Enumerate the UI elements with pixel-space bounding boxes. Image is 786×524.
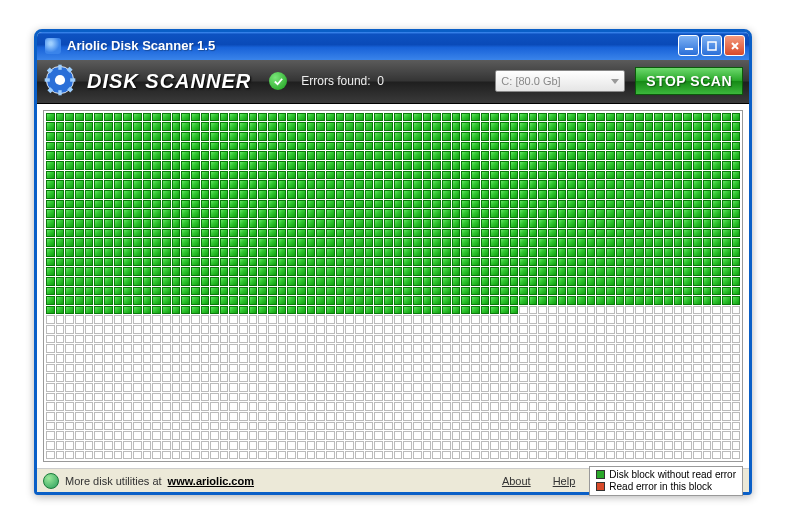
block-ok (172, 209, 181, 218)
block-ok (229, 180, 238, 189)
block-unscanned (664, 412, 673, 421)
block-unscanned (162, 402, 171, 411)
block-unscanned (596, 364, 605, 373)
block-unscanned (712, 315, 721, 324)
website-link[interactable]: www.ariolic.com (168, 475, 254, 487)
block-ok (596, 190, 605, 199)
block-unscanned (664, 422, 673, 431)
block-unscanned (625, 373, 634, 382)
block-ok (114, 200, 123, 209)
block-unscanned (606, 412, 615, 421)
block-ok (201, 238, 210, 247)
titlebar[interactable]: Ariolic Disk Scanner 1.5 (37, 32, 749, 60)
block-ok (683, 267, 692, 276)
block-ok (587, 296, 596, 305)
help-link[interactable]: Help (553, 475, 576, 487)
block-ok (403, 113, 412, 122)
block-unscanned (432, 335, 441, 344)
block-ok (336, 238, 345, 247)
block-ok (326, 248, 335, 257)
block-ok (510, 248, 519, 257)
block-unscanned (307, 441, 316, 450)
block-ok (172, 161, 181, 170)
block-ok (326, 219, 335, 228)
block-ok (229, 161, 238, 170)
block-ok (442, 287, 451, 296)
block-unscanned (616, 364, 625, 373)
block-unscanned (423, 402, 432, 411)
close-button[interactable] (724, 35, 745, 56)
block-unscanned (56, 441, 65, 450)
block-ok (625, 287, 634, 296)
block-ok (210, 296, 219, 305)
block-ok (249, 180, 258, 189)
block-ok (258, 200, 267, 209)
block-ok (567, 171, 576, 180)
block-unscanned (423, 393, 432, 402)
block-unscanned (249, 441, 258, 450)
block-unscanned (75, 335, 84, 344)
block-ok (558, 258, 567, 267)
drive-select[interactable]: C: [80.0 Gb] (495, 70, 625, 92)
block-ok (403, 190, 412, 199)
block-ok (239, 287, 248, 296)
block-ok (355, 171, 364, 180)
block-unscanned (278, 451, 287, 460)
block-ok (46, 142, 55, 151)
block-unscanned (336, 422, 345, 431)
block-unscanned (336, 402, 345, 411)
block-ok (529, 122, 538, 131)
block-ok (336, 306, 345, 315)
block-unscanned (693, 335, 702, 344)
block-ok (249, 219, 258, 228)
block-unscanned (133, 354, 142, 363)
block-ok (268, 200, 277, 209)
block-unscanned (500, 344, 509, 353)
block-ok (529, 238, 538, 247)
about-link[interactable]: About (502, 475, 531, 487)
block-unscanned (56, 402, 65, 411)
block-ok (326, 113, 335, 122)
block-ok (645, 132, 654, 141)
block-unscanned (152, 325, 161, 334)
block-ok (162, 219, 171, 228)
block-ok (490, 161, 499, 170)
maximize-button[interactable] (701, 35, 722, 56)
block-unscanned (201, 373, 210, 382)
block-unscanned (732, 431, 741, 440)
block-unscanned (336, 412, 345, 421)
block-ok (587, 277, 596, 286)
block-unscanned (625, 306, 634, 315)
block-ok (249, 200, 258, 209)
block-ok (268, 161, 277, 170)
block-unscanned (732, 364, 741, 373)
block-unscanned (239, 354, 248, 363)
block-unscanned (326, 431, 335, 440)
block-unscanned (114, 393, 123, 402)
block-unscanned (307, 335, 316, 344)
block-ok (548, 190, 557, 199)
block-unscanned (683, 451, 692, 460)
block-ok (278, 122, 287, 131)
block-ok (693, 180, 702, 189)
block-unscanned (403, 402, 412, 411)
block-unscanned (46, 373, 55, 382)
block-ok (442, 122, 451, 131)
block-unscanned (220, 354, 229, 363)
block-ok (654, 248, 663, 257)
block-unscanned (635, 383, 644, 392)
block-ok (104, 171, 113, 180)
stop-scan-button[interactable]: STOP SCAN (635, 67, 743, 95)
block-unscanned (471, 402, 480, 411)
block-ok (674, 122, 683, 131)
block-ok (510, 142, 519, 151)
block-unscanned (693, 306, 702, 315)
block-unscanned (664, 354, 673, 363)
block-ok (123, 287, 132, 296)
minimize-button[interactable] (678, 35, 699, 56)
block-unscanned (345, 364, 354, 373)
block-ok (683, 142, 692, 151)
block-unscanned (703, 306, 712, 315)
block-ok (481, 209, 490, 218)
block-unscanned (654, 335, 663, 344)
